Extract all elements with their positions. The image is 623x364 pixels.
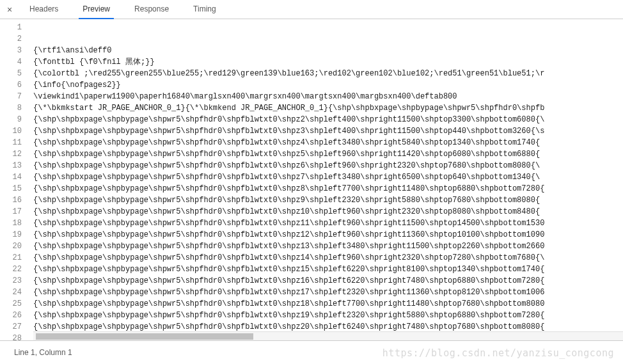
line-number: 16 bbox=[0, 194, 22, 206]
code-line: {\shp\shpbxpage\shpbypage\shpwr5\shpfhdr… bbox=[33, 125, 623, 137]
line-number: 22 bbox=[0, 264, 22, 275]
code-line: {\shp\shpbxpage\shpbypage\shpwr5\shpfhdr… bbox=[33, 241, 623, 252]
code-line: {\shp\shpbxpage\shpbypage\shpwr5\shpfhdr… bbox=[33, 252, 623, 264]
code-line: \viewkind1\paperw11900\paperh16840\margl… bbox=[33, 91, 623, 102]
line-number: 7 bbox=[0, 91, 22, 102]
line-number: 23 bbox=[0, 275, 22, 287]
status-bar: Line 1, Column 1 https://blog.csdn.net/y… bbox=[0, 340, 623, 364]
line-number: 9 bbox=[0, 114, 22, 125]
code-line: {\shp\shpbxpage\shpbypage\shpwr5\shpfhdr… bbox=[33, 218, 623, 229]
cursor-position: Line 1, Column 1 bbox=[14, 348, 72, 357]
line-number: 10 bbox=[0, 125, 22, 137]
code-line: {\shp\shpbxpage\shpbypage\shpwr5\shpfhdr… bbox=[33, 206, 623, 218]
line-number: 3 bbox=[0, 45, 22, 56]
line-number: 1 bbox=[0, 22, 22, 33]
code-line: {\shp\shpbxpage\shpbypage\shpwr5\shpfhdr… bbox=[33, 287, 623, 298]
code-line: {\shp\shpbxpage\shpbypage\shpwr5\shpfhdr… bbox=[33, 310, 623, 321]
line-number: 20 bbox=[0, 241, 22, 252]
line-number: 4 bbox=[0, 56, 22, 68]
line-number: 8 bbox=[0, 102, 22, 114]
horizontal-scrollbar[interactable] bbox=[33, 331, 623, 340]
line-number: 11 bbox=[0, 137, 22, 148]
line-number: 19 bbox=[0, 229, 22, 241]
code-line: {\info{\nofpages2}} bbox=[33, 79, 623, 91]
code-line: {\shp\shpbxpage\shpbypage\shpwr5\shpfhdr… bbox=[33, 148, 623, 160]
watermark: https://blog.csdn.net/yanzisu_congcong bbox=[382, 347, 614, 359]
scroll-thumb[interactable] bbox=[36, 333, 253, 340]
preview-content: 1234567891011121314151617181920212223242… bbox=[0, 19, 623, 340]
tab-headers[interactable]: Headers bbox=[26, 0, 62, 19]
code-line: {\shp\shpbxpage\shpbypage\shpwr5\shpfhdr… bbox=[33, 229, 623, 241]
tab-bar: × Headers Preview Response Timing bbox=[0, 0, 623, 19]
code-line: {\shp\shpbxpage\shpbypage\shpwr5\shpfhdr… bbox=[33, 194, 623, 206]
code-line: {\shp\shpbxpage\shpbypage\shpwr5\shpfhdr… bbox=[33, 160, 623, 171]
tab-timing[interactable]: Timing bbox=[189, 0, 220, 19]
line-number: 17 bbox=[0, 206, 22, 218]
line-number: 5 bbox=[0, 68, 22, 79]
tab-preview[interactable]: Preview bbox=[79, 0, 114, 19]
code-line: {\shp\shpbxpage\shpbypage\shpwr5\shpfhdr… bbox=[33, 264, 623, 275]
code-line: {\*\bkmkstart JR_PAGE_ANCHOR_0_1}{\*\bkm… bbox=[33, 102, 623, 114]
line-number: 26 bbox=[0, 310, 22, 321]
code-line: {\rtf1\ansi\deff0 bbox=[33, 45, 623, 56]
code-line: {\shp\shpbxpage\shpbypage\shpwr5\shpfhdr… bbox=[33, 298, 623, 310]
code-line: {\fonttbl {\f0\fnil 黑体;}} bbox=[33, 56, 623, 68]
code-area[interactable]: {\rtf1\ansi\deff0{\fonttbl {\f0\fnil 黑体;… bbox=[33, 19, 623, 340]
code-line: {\shp\shpbxpage\shpbypage\shpwr5\shpfhdr… bbox=[33, 137, 623, 148]
line-number: 12 bbox=[0, 148, 22, 160]
line-number: 6 bbox=[0, 79, 22, 91]
code-line: {\shp\shpbxpage\shpbypage\shpwr5\shpfhdr… bbox=[33, 171, 623, 183]
line-number: 24 bbox=[0, 287, 22, 298]
line-number: 27 bbox=[0, 321, 22, 333]
tab-response[interactable]: Response bbox=[130, 0, 173, 19]
line-number: 28 bbox=[0, 333, 22, 340]
line-number: 13 bbox=[0, 160, 22, 171]
code-line: {\shp\shpbxpage\shpbypage\shpwr5\shpfhdr… bbox=[33, 183, 623, 194]
line-number-gutter: 1234567891011121314151617181920212223242… bbox=[0, 19, 33, 340]
code-line: {\shp\shpbxpage\shpbypage\shpwr5\shpfhdr… bbox=[33, 114, 623, 125]
close-icon[interactable]: × bbox=[5, 5, 14, 14]
line-number: 25 bbox=[0, 298, 22, 310]
line-number: 14 bbox=[0, 171, 22, 183]
code-line: {\colortbl ;\red255\green255\blue255;\re… bbox=[33, 68, 623, 79]
line-number: 18 bbox=[0, 218, 22, 229]
line-number: 21 bbox=[0, 252, 22, 264]
code-line: {\shp\shpbxpage\shpbypage\shpwr5\shpfhdr… bbox=[33, 275, 623, 287]
line-number: 15 bbox=[0, 183, 22, 194]
line-number: 2 bbox=[0, 33, 22, 45]
